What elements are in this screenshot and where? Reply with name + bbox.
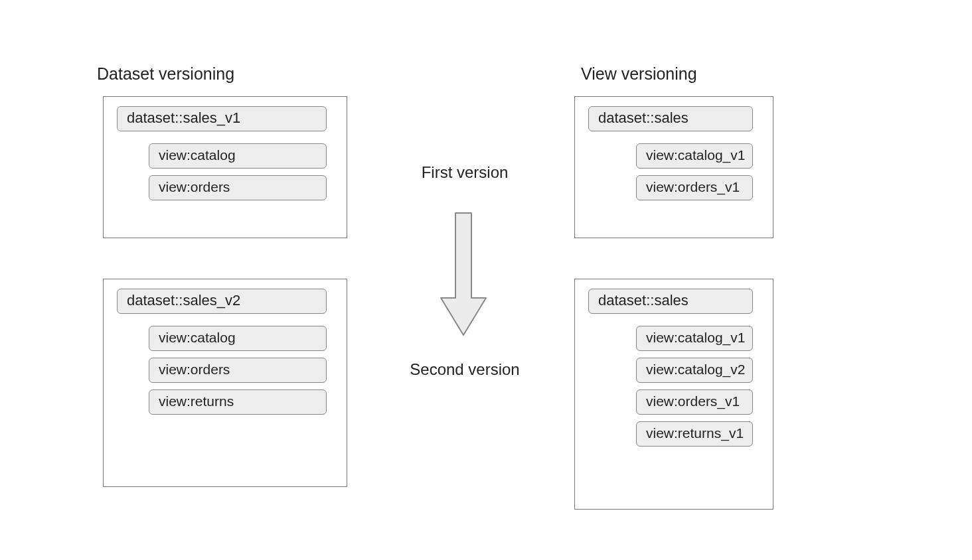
second-version-label: Second version	[385, 360, 544, 379]
views-container: view:catalog view:orders	[117, 143, 327, 228]
view-item: view:catalog_v1	[636, 143, 753, 169]
view-item: view:catalog_v2	[636, 358, 753, 383]
view-item: view:returns	[149, 389, 327, 415]
views-container: view:catalog_v1 view:catalog_v2 view:ord…	[588, 326, 753, 500]
dataset-label: dataset::sales	[588, 289, 753, 314]
dataset-panel-left-v2: dataset::sales_v2 view:catalog view:orde…	[103, 279, 347, 487]
dataset-label: dataset::sales_v2	[117, 289, 327, 314]
dataset-label: dataset::sales_v1	[117, 106, 327, 131]
views-container: view:catalog view:orders view:returns	[117, 326, 327, 477]
dataset-panel-right-v2: dataset::sales view:catalog_v1 view:cata…	[574, 279, 773, 510]
diagram-canvas: Dataset versioning View versioning datas…	[0, 0, 972, 560]
view-versioning-title: View versioning	[581, 64, 697, 84]
view-item: view:orders	[149, 358, 327, 383]
view-item: view:orders_v1	[636, 175, 753, 200]
view-item: view:orders	[149, 175, 327, 200]
view-item: view:catalog	[149, 326, 327, 351]
first-version-label: First version	[385, 163, 544, 182]
view-item: view:returns_v1	[636, 421, 753, 447]
view-item: view:catalog_v1	[636, 326, 753, 351]
views-container: view:catalog_v1 view:orders_v1	[588, 143, 753, 228]
down-arrow-icon	[437, 212, 490, 338]
dataset-panel-left-v1: dataset::sales_v1 view:catalog view:orde…	[103, 96, 347, 238]
view-item: view:orders_v1	[636, 389, 753, 415]
dataset-panel-right-v1: dataset::sales view:catalog_v1 view:orde…	[574, 96, 773, 238]
dataset-versioning-title: Dataset versioning	[97, 64, 234, 84]
dataset-label: dataset::sales	[588, 106, 753, 131]
view-item: view:catalog	[149, 143, 327, 169]
